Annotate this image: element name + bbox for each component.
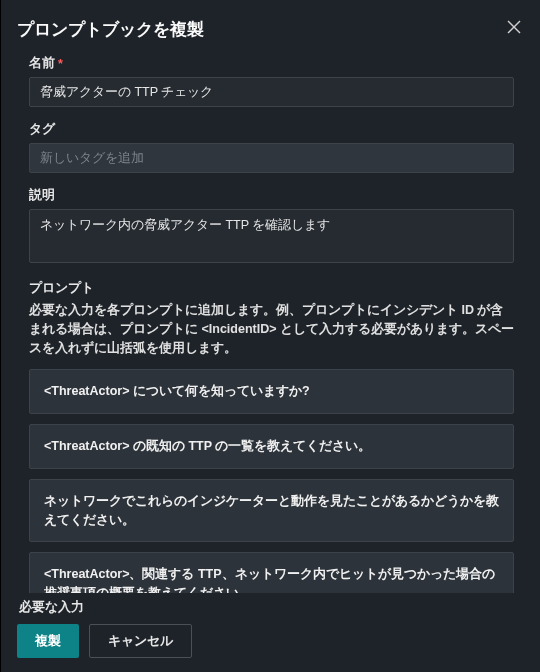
required-inputs-label: 必要な入力 (17, 599, 524, 616)
footer-actions: 複製 キャンセル (17, 624, 524, 658)
close-button[interactable] (504, 18, 524, 38)
description-label: 説明 (29, 187, 514, 204)
tag-label: タグ (29, 121, 514, 138)
name-input[interactable] (29, 77, 514, 107)
prompt-list: <ThreatActor> について何を知っていますか? <ThreatActo… (29, 369, 514, 593)
prompts-label: プロンプト (29, 280, 514, 297)
close-icon (507, 20, 521, 37)
dialog-body: 名前 * タグ 説明 プロンプト 必要な入力を各プロンプトに追加します。例、プロ… (17, 55, 524, 593)
dialog-footer: 必要な入力 複製 キャンセル (17, 593, 524, 658)
prompt-item[interactable]: <ThreatActor> の既知の TTP の一覧を教えてください。 (29, 424, 514, 469)
prompts-hint: 必要な入力を各プロンプトに追加します。例、プロンプトにインシデント ID が含ま… (29, 301, 514, 357)
dialog-header: プロンプトブックを複製 (17, 18, 524, 41)
name-field-group: 名前 * (29, 55, 514, 107)
description-field-group: 説明 (29, 187, 514, 266)
prompt-item[interactable]: <ThreatActor>、関連する TTP、ネットワーク内でヒットが見つかった… (29, 552, 514, 593)
description-input[interactable] (29, 209, 514, 263)
prompt-item[interactable]: <ThreatActor> について何を知っていますか? (29, 369, 514, 414)
tag-field-group: タグ (29, 121, 514, 173)
duplicate-button[interactable]: 複製 (17, 624, 79, 658)
cancel-button[interactable]: キャンセル (89, 624, 192, 658)
prompt-item[interactable]: ネットワークでこれらのインジケーターと動作を見たことがあるかどうかを教えてくださ… (29, 479, 514, 543)
dialog-title: プロンプトブックを複製 (17, 18, 204, 41)
prompts-section: プロンプト 必要な入力を各プロンプトに追加します。例、プロンプトにインシデント … (29, 280, 514, 593)
name-label: 名前 * (29, 55, 514, 72)
required-marker: * (58, 57, 63, 71)
duplicate-promptbook-dialog: プロンプトブックを複製 名前 * タグ 説明 プロンプト (0, 0, 540, 672)
tag-input[interactable] (29, 143, 514, 173)
name-label-text: 名前 (29, 55, 55, 72)
